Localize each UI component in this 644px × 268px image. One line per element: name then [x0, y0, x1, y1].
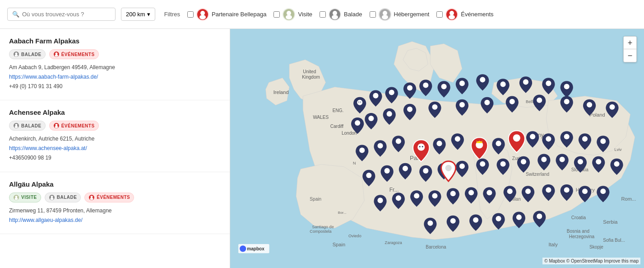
svg-text:Kingdom: Kingdom	[302, 75, 320, 80]
listing-card[interactable]: Allgäu Alpaka VISITE	[0, 172, 230, 235]
filter-balade-label: Balade	[344, 11, 362, 18]
svg-point-115	[385, 168, 390, 174]
svg-point-14	[449, 15, 455, 19]
filter-balade-checkbox[interactable]	[320, 11, 326, 18]
svg-text:Herzegovina: Herzegovina	[569, 234, 595, 239]
filter-hebergement-icon	[379, 8, 391, 21]
svg-point-147	[445, 165, 452, 171]
svg-point-145	[516, 215, 522, 220]
svg-point-127	[614, 161, 619, 167]
svg-point-35	[90, 197, 93, 200]
svg-point-4	[287, 11, 291, 15]
search-input[interactable]	[22, 11, 111, 18]
listing-website[interactable]: https://www.aabach-farm-alpakas.de/	[9, 73, 221, 81]
svg-point-25	[55, 124, 57, 126]
filter-evenements[interactable]: Événements	[436, 8, 493, 21]
distance-select[interactable]: 200 km ▾	[121, 8, 155, 21]
svg-point-22	[15, 124, 18, 126]
svg-text:Oviedo: Oviedo	[348, 234, 361, 238]
svg-point-16	[15, 52, 18, 55]
zoom-out-button[interactable]: −	[624, 49, 636, 62]
osm-credit: © OpenStreetMap	[566, 259, 603, 263]
filter-hebergement[interactable]: Hébergement	[370, 8, 430, 21]
filter-partenaire[interactable]: Partenaire Bellepaga	[187, 8, 266, 21]
badge-balade: BALADE	[9, 49, 46, 59]
listing-address: Zirmenweg 11, 87459 Pfronten, Allemagne	[9, 207, 221, 215]
svg-point-86	[355, 120, 360, 126]
svg-point-87	[368, 116, 374, 121]
filter-hebergement-checkbox[interactable]	[370, 11, 376, 18]
svg-point-140	[600, 188, 606, 194]
svg-point-133	[468, 190, 474, 195]
svg-point-114	[366, 173, 371, 178]
chevron-down-icon: ▾	[147, 11, 150, 18]
filter-visite[interactable]: Visite	[273, 8, 312, 21]
svg-text:mapbox: mapbox	[247, 246, 264, 251]
badge-evenements: ÉVÉNEMENTS	[84, 193, 134, 202]
listing-website[interactable]: https://www.achensee-alpaka.at/	[9, 145, 221, 152]
visite-badge-icon	[13, 194, 19, 201]
filter-partenaire-label: Partenaire Bellepaga	[212, 11, 266, 18]
map-container[interactable]: Ireland United Kingdom WALES ENG. London…	[230, 29, 644, 268]
zoom-in-button[interactable]: +	[624, 37, 636, 49]
svg-text:Switzerland: Switzerland	[526, 172, 549, 177]
evenements-badge-icon	[53, 51, 60, 57]
svg-point-116	[403, 166, 408, 171]
listing-card[interactable]: Aabach Farm Alpakas BALADE	[0, 29, 230, 100]
search-wrapper[interactable]: 🔍	[7, 8, 116, 21]
improve-link[interactable]: Improve this map	[604, 259, 639, 263]
filter-visite-checkbox[interactable]	[273, 11, 280, 18]
badge-evenements: ÉVÉNEMENTS	[49, 121, 99, 131]
svg-point-100	[396, 138, 401, 144]
filter-evenements-label: Événements	[461, 11, 493, 18]
svg-text:Bosnia and: Bosnia and	[567, 229, 589, 234]
filters-label: Filtres	[164, 11, 180, 18]
svg-point-7	[333, 11, 337, 15]
svg-point-94	[537, 98, 542, 103]
svg-point-29	[15, 197, 18, 200]
svg-point-109	[530, 134, 535, 139]
svg-point-88	[387, 111, 392, 117]
filters-section: Filtres Partenaire Bellepaga	[164, 8, 494, 21]
svg-point-81	[480, 77, 485, 82]
svg-point-85	[564, 84, 570, 89]
filter-partenaire-checkbox[interactable]	[187, 11, 194, 18]
badge-row: VISITE BALADE	[9, 193, 221, 202]
svg-point-83	[523, 79, 528, 85]
svg-point-134	[486, 190, 492, 195]
svg-point-137	[546, 187, 551, 193]
svg-point-135	[507, 188, 513, 194]
distance-value: 200 km	[126, 11, 145, 18]
balade-badge-icon	[13, 122, 19, 129]
svg-point-19	[55, 52, 57, 55]
svg-point-84	[546, 80, 551, 86]
listing-card[interactable]: Achensee Alpaka BALADE	[0, 100, 230, 172]
svg-point-95	[564, 99, 570, 104]
svg-point-31	[51, 196, 53, 198]
svg-point-17	[15, 55, 18, 57]
listing-website[interactable]: http://www.allgaeu-alpakas.de/	[9, 216, 221, 224]
svg-point-119	[459, 164, 465, 169]
svg-point-111	[564, 134, 570, 139]
search-icon: 🔍	[12, 11, 19, 18]
badge-evenements: ÉVÉNEMENTS	[49, 49, 99, 59]
map-controls: + −	[623, 36, 637, 62]
badge-visite: VISITE	[9, 193, 41, 202]
filter-evenements-checkbox[interactable]	[436, 11, 443, 18]
badge-row: BALADE ÉVÉNEMENTS	[9, 121, 221, 131]
svg-point-78	[423, 82, 428, 88]
svg-point-10	[383, 11, 387, 15]
svg-point-75	[373, 93, 378, 99]
svg-text:United: United	[303, 69, 316, 74]
svg-point-90	[432, 104, 437, 110]
svg-point-107	[496, 141, 501, 146]
svg-point-128	[377, 197, 383, 203]
svg-point-132	[450, 191, 456, 196]
badge-balade: BALADE	[45, 193, 81, 202]
listing-phone: +49 (0) 170 91 31 490	[9, 83, 221, 90]
svg-point-32	[50, 197, 53, 200]
filter-balade[interactable]: Balade	[320, 8, 362, 21]
svg-point-108	[513, 134, 520, 141]
mapbox-credit: © Mapbox	[544, 259, 565, 263]
svg-point-92	[484, 100, 490, 105]
